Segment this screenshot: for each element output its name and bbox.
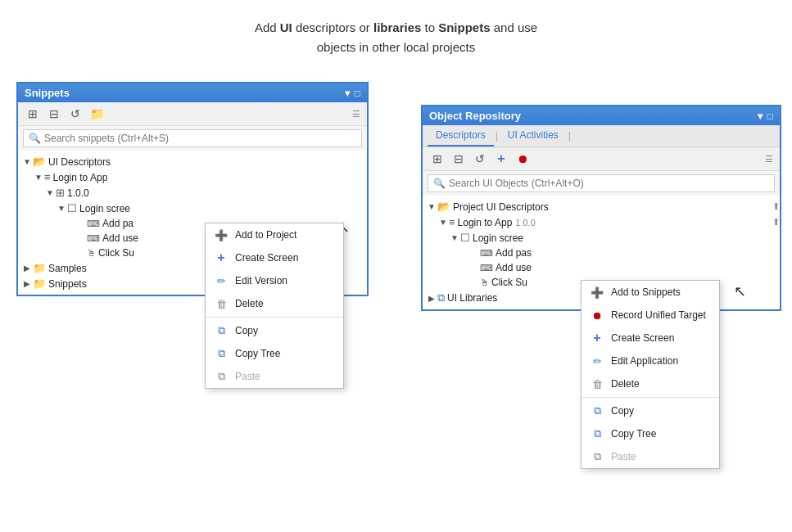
ctx2-copy[interactable]: ⧉ Copy xyxy=(582,399,719,422)
ctx1-edit-icon: ✏ xyxy=(214,273,229,288)
snippets-minimize-icon[interactable]: ▾ xyxy=(345,88,350,99)
panels-container: Snippets ▾ □ ⊞ ⊟ ↺ 📁 ☰ 🔍 ▼ 📂 UI Des xyxy=(0,82,792,296)
repo-tb-right: ☰ xyxy=(765,154,773,165)
repo-icon-login-app: ≡ xyxy=(449,216,455,228)
repo-tree-item-login-screen[interactable]: ▼ ☐ Login scree xyxy=(423,230,780,246)
repo-minimize-icon[interactable]: ▾ xyxy=(758,110,763,122)
repo-icon-click-su: 🖱 xyxy=(480,277,489,287)
icon-ui-descriptors: 📂 xyxy=(33,156,46,168)
repo-tabs: Descriptors | UI Activities | xyxy=(423,125,780,147)
repo-label-version: 1.0.0 xyxy=(515,218,535,228)
label-login-screen: Login scree xyxy=(79,203,130,214)
tab-descriptors[interactable]: Descriptors xyxy=(428,125,494,147)
ctx1-create-screen[interactable]: + Create Screen xyxy=(206,246,343,269)
label-login-app: Login to App xyxy=(53,172,108,183)
repo-maximize-icon[interactable]: □ xyxy=(767,110,773,122)
ctx1-edit-label: Edit Version xyxy=(235,275,287,286)
snippets-maximize-icon[interactable]: □ xyxy=(355,88,360,99)
ctx2-delete-icon: 🗑 xyxy=(590,376,604,391)
ctx2-copy-icon: ⧉ xyxy=(590,404,604,418)
ctx2-paste-icon: ⧉ xyxy=(590,449,604,464)
ctx1-delete-icon: 🗑 xyxy=(214,296,229,311)
label-click-su: Click Su xyxy=(98,247,134,259)
repo-label-project-ui: Project UI Descriptors xyxy=(453,201,549,213)
snippets-search-bar[interactable]: 🔍 xyxy=(23,129,362,147)
ctx1-copy[interactable]: ⧉ Copy xyxy=(206,319,343,342)
ctx2-copy-label: Copy xyxy=(611,405,634,417)
ctx1-add-icon: ➕ xyxy=(214,228,229,242)
ctx2-add-to-snippets[interactable]: ➕ Add to Snippets xyxy=(582,281,719,304)
ctx2-create-screen[interactable]: + Create Screen xyxy=(582,327,719,349)
ctx2-sep1 xyxy=(582,397,719,398)
ctx1-paste-icon: ⧉ xyxy=(214,369,229,384)
arrow-login-app: ▼ xyxy=(33,173,44,182)
repo-badge: ⬆ xyxy=(772,201,780,212)
ctx2-delete[interactable]: 🗑 Delete xyxy=(582,372,719,395)
ctx1-create-label: Create Screen xyxy=(235,252,298,264)
repo-tb-refresh-icon[interactable]: ↺ xyxy=(472,151,488,167)
ctx1-create-icon: + xyxy=(214,250,229,265)
tab-ui-activities[interactable]: UI Activities xyxy=(500,125,567,147)
label-samples: Samples xyxy=(48,263,87,274)
icon-snippets-tree: 📁 xyxy=(33,277,46,290)
repo-badge2: ⬆ xyxy=(772,217,780,228)
tree-item-ui-descriptors[interactable]: ▼ 📂 UI Descriptors xyxy=(18,154,367,169)
repo-tb-record-icon[interactable]: ⏺ xyxy=(514,151,531,167)
header-text: Add UI descriptors or libraries to Snipp… xyxy=(0,0,792,82)
tb-add-icon[interactable]: ⊞ xyxy=(25,106,41,122)
snippets-search-input[interactable] xyxy=(44,133,356,144)
label-version: 1.0.0 xyxy=(67,187,89,199)
tree-item-login-to-app[interactable]: ▼ ≡ Login to App xyxy=(18,169,367,185)
repo-label-login-app: Login to App xyxy=(458,217,513,228)
repo-search-input[interactable] xyxy=(449,178,769,189)
arrow-samples: ▶ xyxy=(21,264,33,273)
snippets-panel: Snippets ▾ □ ⊞ ⊟ ↺ 📁 ☰ 🔍 ▼ 📂 UI Des xyxy=(16,82,369,296)
tree-item-version[interactable]: ▼ ⊞ 1.0.0 xyxy=(18,185,367,201)
ctx2-delete-label: Delete xyxy=(611,378,640,390)
repo-arrow-login-screen: ▼ xyxy=(449,233,460,242)
ctx1-copy-tree[interactable]: ⧉ Copy Tree xyxy=(206,342,343,365)
ctx1-delete[interactable]: 🗑 Delete xyxy=(206,292,343,315)
search-icon: 🔍 xyxy=(29,133,41,144)
repo-tree-item-project-ui[interactable]: ▼ 📂 Project UI Descriptors ⬆ xyxy=(423,199,780,214)
repo-tree-item-login-app[interactable]: ▼ ≡ Login to App 1.0.0 ⬆ xyxy=(423,214,780,230)
repo-toolbar: ⊞ ⊟ ↺ + ⏺ ☰ xyxy=(423,147,780,171)
repo-tb-add-icon[interactable]: ⊞ xyxy=(429,151,446,167)
tb-folder-icon[interactable]: 📁 xyxy=(88,106,105,122)
snippets-title: Snippets xyxy=(25,87,70,99)
repo-context-menu: ➕ Add to Snippets ⏺ Record Unified Targe… xyxy=(581,280,720,469)
repo-label-ui-libraries: UI Libraries xyxy=(447,292,497,304)
repo-tb-remove-icon[interactable]: ⊟ xyxy=(450,151,467,167)
tb-remove-icon[interactable]: ⊟ xyxy=(46,106,62,122)
ctx2-copy-tree-icon: ⧉ xyxy=(590,426,604,441)
ctx2-record[interactable]: ⏺ Record Unified Target xyxy=(582,304,719,327)
repo-search-bar[interactable]: 🔍 xyxy=(428,174,775,192)
ctx1-add-to-project[interactable]: ➕ Add to Project xyxy=(206,223,343,246)
repo-label-click-su: Click Su xyxy=(491,277,527,288)
ctx1-edit-version[interactable]: ✏ Edit Version xyxy=(206,269,343,292)
repo-icon-ui-libraries: ⧉ xyxy=(437,291,445,304)
ctx2-create-label: Create Screen xyxy=(611,332,674,344)
tb-refresh-icon[interactable]: ↺ xyxy=(67,106,84,122)
icon-login-screen: ☐ xyxy=(67,202,77,214)
repo-title-controls: ▾ □ xyxy=(758,110,773,122)
ctx2-record-icon: ⏺ xyxy=(590,308,604,322)
label-snippets-tree: Snippets xyxy=(48,278,87,290)
ctx2-edit-app[interactable]: ✏ Edit Application xyxy=(582,349,719,372)
ctx2-add-icon: ➕ xyxy=(590,285,604,300)
repo-tree-item-add-use[interactable]: ⌨ Add use xyxy=(423,260,780,275)
ctx1-paste-label: Paste xyxy=(235,371,260,382)
icon-login-app: ≡ xyxy=(44,171,51,183)
label-add-use: Add use xyxy=(102,232,138,244)
tree-item-login-screen[interactable]: ▼ ☐ Login scree xyxy=(18,201,367,216)
repo-search-icon: 🔍 xyxy=(433,178,446,189)
ctx1-delete-label: Delete xyxy=(235,298,264,309)
snippets-context-menu: ➕ Add to Project + Create Screen ✏ Edit … xyxy=(205,223,344,389)
repo-tb-plus-icon[interactable]: + xyxy=(493,151,509,167)
repo-arrow-ui-libraries: ▶ xyxy=(426,294,437,303)
arrow-snippets-tree: ▶ xyxy=(21,279,33,288)
repo-arrow-login-app: ▼ xyxy=(437,218,449,227)
arrow-login-screen: ▼ xyxy=(56,204,67,213)
ctx2-copy-tree[interactable]: ⧉ Copy Tree xyxy=(582,422,719,445)
repo-tree-item-add-pas[interactable]: ⌨ Add pas xyxy=(423,246,780,260)
